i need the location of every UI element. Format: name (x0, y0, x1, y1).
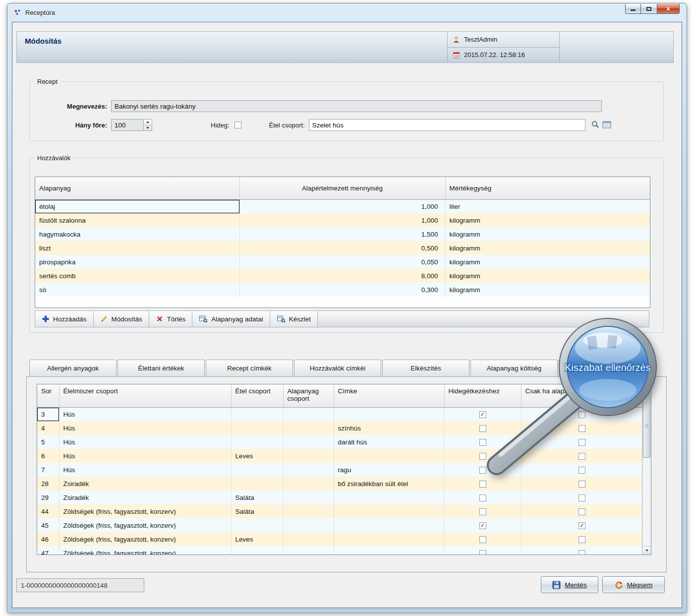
edit-button[interactable]: Módosítás (94, 311, 149, 327)
kiszabat-row[interactable]: 44 Zöldségek (friss, fagyasztott, konzer… (37, 504, 643, 518)
delete-x-icon (156, 315, 164, 323)
only-as-ingredient-checkbox[interactable] (578, 536, 585, 543)
tab-label: Recept címkék (227, 365, 271, 372)
food-category: Hús (59, 435, 231, 449)
ingredient-row[interactable]: liszt 0,500 kilogramm (35, 241, 650, 255)
kiszabat-row[interactable]: 5 Hús darált hús (37, 435, 643, 449)
tab[interactable]: Élettani értékek (117, 360, 205, 376)
tab[interactable]: Alapanyag költség (470, 360, 558, 376)
cold-meal-checkbox[interactable] (479, 522, 486, 529)
titlebar[interactable]: Receptúra × (7, 3, 687, 21)
ingredient-row[interactable]: étolaj 1,000 liter (35, 199, 650, 213)
tag (334, 546, 444, 555)
servings-stepper[interactable] (144, 119, 152, 131)
only-as-ingredient-checkbox[interactable] (578, 508, 585, 515)
cold-meal-checkbox[interactable] (479, 508, 486, 515)
column-header[interactable]: Alapértelmezett mennyiség (239, 177, 445, 199)
ingredient-row[interactable]: só 0,300 kilogramm (35, 283, 650, 297)
dish-group (231, 407, 283, 421)
delete-button[interactable]: Törlés (149, 311, 193, 327)
kiszabat-row[interactable]: 28 Zsiradék bő zsiradékban sült étel (37, 477, 643, 491)
cold-meal-checkbox[interactable] (479, 550, 486, 555)
cold-checkbox[interactable] (234, 122, 241, 128)
kiszabat-row[interactable]: 4 Hús színhús (37, 421, 643, 435)
cold-meal-checkbox[interactable] (479, 494, 486, 501)
tab[interactable]: Recept címkék (206, 360, 293, 376)
only-as-ingredient-checkbox[interactable] (578, 467, 585, 474)
cold-meal-checkbox[interactable] (479, 425, 486, 432)
recipe-name-field[interactable] (111, 100, 602, 112)
kiszabat-row[interactable]: 7 Hús ragu (37, 463, 643, 477)
cold-meal-checkbox[interactable] (479, 411, 486, 418)
tag: színhús (334, 421, 444, 435)
ingredient-group (283, 449, 334, 463)
tab[interactable]: Allergén anyagok (29, 360, 116, 376)
scroll-down-button[interactable] (642, 546, 651, 554)
kiszabat-row[interactable]: 3 Hús (37, 407, 643, 421)
ingredient-row[interactable]: pirospaprika 0,050 kilogramm (35, 255, 650, 269)
kiszabat-row[interactable]: 29 Zsiradék Saláta (37, 491, 643, 504)
ingredient-group (283, 421, 334, 435)
only-as-ingredient-checkbox[interactable] (578, 494, 585, 501)
ingredient-quantity: 1,500 (239, 227, 445, 241)
vertical-scrollbar[interactable] (642, 384, 651, 554)
only-as-ingredient-checkbox[interactable] (578, 439, 585, 446)
column-header[interactable]: Címke (334, 384, 444, 407)
record-id-field[interactable] (16, 578, 144, 592)
search-button[interactable] (589, 119, 601, 131)
cold-label: Hideg: (211, 122, 230, 129)
column-header[interactable]: Élelmiszer csoport (59, 384, 231, 407)
food-group-field[interactable] (309, 119, 585, 131)
stock-button[interactable]: Készlet (270, 311, 318, 327)
kiszabat-row[interactable]: 46 Zöldségek (friss, fagyasztott, konzer… (37, 532, 643, 546)
spin-down-button[interactable] (144, 125, 152, 131)
save-button[interactable]: Mentés (541, 576, 598, 593)
row-number: 28 (37, 477, 59, 491)
kiszabat-row[interactable]: 6 Hús Leves (37, 449, 643, 463)
spin-up-button[interactable] (144, 120, 152, 125)
servings-field[interactable] (111, 119, 144, 131)
cancel-button[interactable]: Mégsem (602, 576, 665, 593)
only-as-ingredient-checkbox[interactable] (578, 550, 585, 555)
maximize-button[interactable] (641, 4, 657, 14)
scroll-up-button[interactable] (642, 384, 651, 393)
only-as-ingredient-checkbox[interactable] (578, 522, 585, 529)
column-header[interactable]: Sor (37, 384, 59, 407)
only-as-ingredient-checkbox[interactable] (578, 481, 585, 488)
tab[interactable]: Hozzávalók címkéi (294, 360, 381, 376)
column-header[interactable]: Hidegétkezéshez (444, 384, 521, 407)
dish-group (231, 518, 283, 532)
ingredient-row[interactable]: sertés comb 8,000 kilogramm (35, 269, 650, 283)
row-number: 29 (37, 491, 59, 504)
lookup-list-button[interactable] (601, 119, 613, 131)
column-header[interactable]: Alapanyag csoport (283, 384, 334, 407)
dish-group: Saláta (231, 491, 283, 504)
only-as-ingredient-checkbox[interactable] (578, 425, 585, 432)
cold-meal-checkbox[interactable] (479, 536, 486, 543)
kiszabat-row[interactable]: 47 Zöldségek (friss, fagyasztott, konzer… (37, 546, 643, 555)
cold-meal-checkbox[interactable] (479, 481, 486, 488)
column-header[interactable]: Mértékegység (445, 177, 650, 199)
column-header[interactable]: Étel csoport (231, 384, 283, 407)
tab[interactable]: Kiszabat ellenőrzés (559, 360, 646, 376)
scrollbar-thumb[interactable] (643, 394, 650, 458)
minimize-button[interactable] (625, 4, 641, 14)
ingredient-quantity: 1,000 (239, 213, 445, 227)
kiszabat-row[interactable]: 45 Zöldségek (friss, fagyasztott, konzer… (37, 518, 643, 532)
ingredient-group (283, 504, 334, 518)
column-header[interactable]: Alapanyag (35, 177, 239, 199)
cold-meal-checkbox[interactable] (479, 467, 486, 474)
cold-meal-checkbox[interactable] (479, 453, 486, 460)
column-header[interactable]: Csak ha alapanyagként van kiadva (521, 384, 643, 407)
only-as-ingredient-checkbox[interactable] (578, 411, 585, 418)
only-as-ingredient-checkbox[interactable] (578, 453, 585, 460)
tab[interactable]: Elkészítés (382, 360, 469, 376)
ingredient-row[interactable]: füstölt szalonna 1,000 kilogramm (35, 213, 650, 227)
close-button[interactable]: × (657, 4, 680, 14)
ingredient-row[interactable]: hagymakocka 1,500 kilogramm (35, 227, 650, 241)
cold-meal-checkbox[interactable] (479, 439, 486, 446)
dish-group (231, 463, 283, 477)
ingredient-details-button[interactable]: Alapanyag adatai (192, 311, 270, 327)
tag (334, 504, 444, 518)
add-button[interactable]: Hozzáadás (35, 311, 94, 327)
